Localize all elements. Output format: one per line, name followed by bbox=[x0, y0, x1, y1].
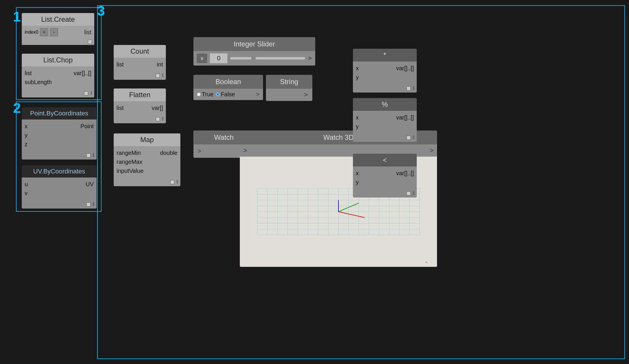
slider-track[interactable] bbox=[230, 57, 305, 59]
modulo-lace: I bbox=[413, 135, 414, 141]
uv-row-v: v bbox=[25, 189, 94, 198]
list-create-body: index0 + - list bbox=[22, 26, 94, 39]
list-create-footer bbox=[22, 39, 94, 45]
modulo-row-y: y bbox=[356, 122, 414, 131]
less-than-port-x: x bbox=[356, 170, 359, 177]
modulo-port-x: x bbox=[356, 114, 359, 121]
uv-lace: I bbox=[93, 201, 94, 207]
multiply-node: * x var[]..[] y I bbox=[353, 49, 417, 93]
uv-by-coords-node: UV.ByCoordinates u UV v I bbox=[22, 165, 97, 209]
point-port-y: y bbox=[25, 132, 28, 139]
multiply-port-x: x bbox=[356, 65, 359, 72]
slider-dropdown[interactable]: ∨ bbox=[197, 54, 207, 63]
boolean-header: Boolean bbox=[193, 75, 263, 89]
modulo-header: % bbox=[353, 98, 417, 111]
slider-thumb[interactable] bbox=[251, 56, 256, 61]
uv-port-u: u bbox=[25, 181, 28, 188]
watch3d-gt1: > bbox=[243, 147, 247, 154]
svg-line-27 bbox=[338, 212, 365, 218]
boolean-true-option[interactable]: True bbox=[197, 91, 213, 98]
map-row3: inputValue bbox=[117, 166, 177, 175]
minus-button[interactable]: - bbox=[50, 28, 58, 36]
list-create-node: List.Create index0 + - list bbox=[22, 13, 94, 45]
map-row2: rangeMax bbox=[117, 157, 177, 166]
list-create-port: index0 bbox=[25, 30, 38, 35]
boolean-false-radio[interactable] bbox=[216, 93, 220, 96]
region-3-border: Count list int I Flatten list var[] I bbox=[97, 5, 625, 359]
watch3d-node: Watch 3D > > bbox=[240, 131, 437, 267]
flatten-in: list bbox=[117, 105, 124, 111]
list-create-checkbox[interactable] bbox=[88, 40, 92, 44]
count-checkbox[interactable] bbox=[156, 74, 160, 78]
map-node: Map rangeMin double rangeMax inputValue … bbox=[114, 133, 180, 186]
map-body: rangeMin double rangeMax inputValue bbox=[114, 146, 180, 178]
string-node: String > bbox=[266, 75, 312, 101]
multiply-body: x var[]..[] y bbox=[353, 61, 417, 84]
uv-checkbox[interactable] bbox=[86, 202, 90, 207]
less-than-header: < bbox=[353, 154, 417, 166]
map-port3: inputValue bbox=[117, 168, 144, 174]
slider-value[interactable]: 0 bbox=[210, 53, 227, 63]
flatten-footer: I bbox=[114, 115, 166, 123]
watch-gt1: > bbox=[197, 147, 201, 155]
flatten-node: Flatten list var[] I bbox=[114, 88, 166, 123]
point-lace: I bbox=[93, 152, 94, 158]
list-chop-lace: I bbox=[90, 90, 92, 96]
point-checkbox[interactable] bbox=[86, 153, 90, 157]
count-node: Count list int I bbox=[114, 45, 166, 80]
list-chop-row2: subLength bbox=[25, 78, 91, 87]
list-chop-port1: list bbox=[25, 70, 74, 77]
less-than-row-y: y bbox=[356, 178, 414, 187]
region-2-border: Point.ByCoordinates x Point y z I UV.ByC… bbox=[16, 102, 101, 212]
point-body: x Point y z bbox=[22, 119, 97, 151]
point-by-coords-node: Point.ByCoordinates x Point y z I bbox=[22, 107, 97, 160]
less-than-port-y: y bbox=[356, 179, 359, 186]
multiply-checkbox[interactable] bbox=[407, 86, 411, 90]
flatten-header: Flatten bbox=[114, 88, 166, 101]
map-output: double bbox=[160, 150, 177, 156]
uv-output: UV bbox=[86, 181, 94, 188]
point-header: Point.ByCoordinates bbox=[22, 107, 97, 119]
multiply-row-y: y bbox=[356, 73, 414, 82]
map-checkbox[interactable] bbox=[170, 180, 174, 184]
count-in: list bbox=[117, 61, 124, 68]
multiply-header: * bbox=[353, 49, 417, 61]
point-output: Point bbox=[80, 123, 94, 130]
modulo-checkbox[interactable] bbox=[407, 136, 411, 140]
integer-slider-header: Integer Slider bbox=[193, 37, 315, 51]
list-create-header: List.Create bbox=[22, 13, 94, 26]
modulo-value: var[]..[] bbox=[396, 114, 414, 121]
flatten-lace: I bbox=[162, 116, 164, 122]
less-than-checkbox[interactable] bbox=[407, 191, 411, 195]
region-1-border: List.Create index0 + - list List.Chop li… bbox=[16, 7, 101, 100]
point-row-z: z bbox=[25, 140, 94, 149]
less-than-node: < x var[]..[] y I bbox=[353, 154, 417, 198]
modulo-node: % x var[]..[] y I bbox=[353, 98, 417, 142]
map-lace: I bbox=[177, 179, 178, 185]
plus-button[interactable]: + bbox=[40, 28, 48, 36]
integer-slider-body: ∨ 0 > bbox=[193, 51, 315, 66]
modulo-row-x: x var[]..[] bbox=[356, 113, 414, 122]
boolean-true-radio[interactable] bbox=[197, 93, 201, 96]
modulo-body: x var[]..[] y bbox=[353, 111, 417, 133]
count-footer: I bbox=[114, 71, 166, 80]
map-port1: rangeMin bbox=[117, 150, 141, 156]
count-header: Count bbox=[114, 45, 166, 58]
boolean-false-option[interactable]: False bbox=[216, 91, 235, 98]
list-chop-checkbox[interactable] bbox=[84, 91, 88, 95]
flatten-checkbox[interactable] bbox=[156, 117, 160, 121]
modulo-footer: I bbox=[353, 133, 417, 142]
multiply-value: var[]..[] bbox=[396, 65, 414, 72]
list-chop-body: list var[]..[] subLength bbox=[22, 66, 94, 89]
string-gt: > bbox=[304, 91, 308, 99]
count-lace: I bbox=[162, 73, 164, 79]
boolean-false-label: False bbox=[221, 91, 235, 98]
map-row1: rangeMin double bbox=[117, 149, 177, 157]
flatten-out: var[] bbox=[152, 105, 163, 111]
count-out: int bbox=[157, 61, 163, 68]
flatten-body: list var[] bbox=[114, 101, 166, 115]
uv-port-v: v bbox=[25, 190, 28, 197]
watch3d-gt2: > bbox=[430, 147, 434, 154]
multiply-row-x: x var[]..[] bbox=[356, 64, 414, 73]
list-chop-value1: var[]..[] bbox=[74, 70, 91, 77]
